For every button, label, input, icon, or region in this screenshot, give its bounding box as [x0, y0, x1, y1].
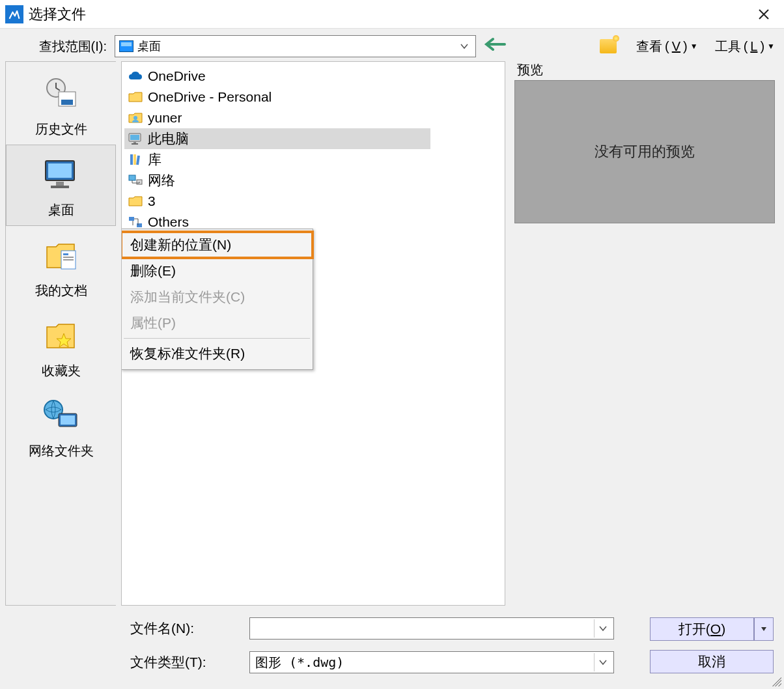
context-menu-item-properties: 属性(P) — [121, 310, 313, 336]
file-listbox[interactable]: OneDrive OneDrive - Personal yuner 此电脑 库 — [121, 61, 505, 606]
chevron-down-icon[interactable] — [594, 619, 611, 638]
lookin-label: 查找范围(I): — [9, 38, 107, 55]
cloud-icon — [127, 68, 144, 84]
svg-rect-13 — [61, 415, 75, 425]
sidebar-item-documents[interactable]: 我的文档 — [6, 226, 116, 306]
resize-grip[interactable] — [770, 675, 781, 686]
close-button[interactable] — [749, 1, 779, 27]
triangle-down-icon: ▼ — [690, 42, 698, 51]
nodes-icon — [127, 214, 144, 230]
svg-rect-2 — [61, 100, 73, 105]
sidebar-item-history[interactable]: 历史文件 — [6, 64, 116, 145]
svg-rect-25 — [137, 223, 142, 227]
svg-point-14 — [133, 116, 137, 120]
file-row[interactable]: OneDrive - Personal — [124, 87, 502, 107]
desktop-monitor-icon — [40, 154, 82, 196]
back-button[interactable] — [484, 36, 506, 57]
titlebar: 选择文件 — [0, 0, 784, 29]
svg-rect-8 — [63, 253, 68, 255]
desktop-icon — [119, 40, 133, 52]
chevron-down-icon — [460, 40, 471, 52]
svg-rect-4 — [48, 163, 72, 178]
file-row[interactable]: OneDrive — [124, 66, 502, 87]
context-menu-item-delete[interactable]: 删除(E) — [121, 258, 313, 284]
file-open-dialog: 选择文件 查找范围(I): 桌面 查看(V) ▼ 工具(L) ▼ — [0, 0, 784, 689]
folder-icon — [127, 89, 144, 105]
filename-label: 文件名(N): — [130, 619, 238, 638]
view-menu-button[interactable]: 查看(V) ▼ — [636, 38, 698, 55]
preview-column: 预览 没有可用的预览 — [511, 61, 775, 606]
svg-rect-22 — [129, 175, 135, 180]
cancel-button[interactable]: 取消 — [650, 650, 774, 673]
history-icon — [40, 74, 82, 115]
places-sidebar: 历史文件 桌面 我的文档 收藏夹 — [5, 61, 116, 606]
open-button[interactable]: 打开(O) — [650, 617, 754, 641]
triangle-down-icon: ▼ — [767, 42, 775, 51]
svg-rect-21 — [136, 156, 140, 165]
filetype-row: 文件类型(T): 图形 (*.dwg) — [130, 651, 628, 673]
triangle-down-icon — [760, 625, 768, 633]
close-icon — [757, 8, 770, 21]
svg-rect-10 — [63, 259, 74, 260]
svg-rect-17 — [133, 142, 136, 143]
network-folder-icon — [40, 395, 82, 437]
lookin-dropdown[interactable]: 桌面 — [115, 35, 476, 57]
chevron-down-icon[interactable] — [594, 653, 611, 671]
file-row[interactable]: 网络 — [124, 170, 502, 191]
file-row[interactable]: 3 — [124, 191, 502, 212]
sidebar-item-network[interactable]: 网络文件夹 — [6, 386, 116, 466]
svg-rect-16 — [130, 135, 139, 140]
svg-rect-20 — [133, 154, 136, 165]
sidebar-item-favorites[interactable]: 收藏夹 — [6, 306, 116, 386]
main-area: 历史文件 桌面 我的文档 收藏夹 — [0, 61, 784, 606]
dialog-title: 选择文件 — [29, 5, 749, 24]
svg-rect-6 — [51, 186, 69, 188]
lookin-row: 查找范围(I): 桌面 查看(V) ▼ 工具(L) ▼ — [0, 29, 784, 61]
context-menu-separator — [124, 338, 310, 339]
app-icon — [5, 5, 23, 23]
preview-empty-text: 没有可用的预览 — [595, 142, 695, 162]
context-menu-item-restore[interactable]: 恢复标准文件夹(R) — [121, 341, 313, 367]
favorites-icon — [40, 315, 82, 357]
preview-pane: 没有可用的预览 — [514, 80, 775, 223]
computer-icon — [127, 131, 144, 147]
context-menu: 创建新的位置(N) 删除(E) 添加当前文件夹(C) 属性(P) 恢复标准文件夹… — [121, 229, 313, 370]
open-button-group: 打开(O) — [650, 617, 774, 641]
svg-rect-24 — [129, 217, 134, 221]
documents-icon — [40, 235, 82, 277]
open-dropdown-button[interactable] — [754, 617, 774, 641]
context-menu-item-new-location[interactable]: 创建新的位置(N) — [121, 232, 313, 258]
filename-input[interactable] — [249, 617, 614, 640]
tools-menu-button[interactable]: 工具(L) ▼ — [715, 38, 775, 55]
svg-rect-19 — [130, 154, 133, 165]
sidebar-item-desktop[interactable]: 桌面 — [6, 145, 116, 226]
svg-rect-5 — [56, 182, 64, 186]
svg-rect-9 — [63, 257, 74, 258]
library-icon — [127, 152, 144, 167]
filetype-label: 文件类型(T): — [130, 653, 238, 671]
context-menu-item-add-current: 添加当前文件夹(C) — [121, 284, 313, 310]
new-folder-icon[interactable] — [600, 39, 617, 53]
user-folder-icon — [127, 110, 144, 126]
folder-icon — [127, 193, 144, 209]
filetype-dropdown[interactable]: 图形 (*.dwg) — [249, 651, 614, 673]
filename-row: 文件名(N): — [130, 617, 628, 640]
file-row[interactable]: yuner — [124, 107, 502, 128]
center-column: OneDrive OneDrive - Personal yuner 此电脑 库 — [121, 61, 505, 606]
file-row[interactable]: 此电脑 — [124, 128, 430, 149]
svg-rect-18 — [132, 143, 138, 145]
network-icon — [127, 173, 144, 188]
bottom-section: 文件名(N): 文件类型(T): 图形 (*.dwg) 打开(O) — [0, 606, 784, 689]
file-row[interactable]: 库 — [124, 149, 502, 170]
lookin-value: 桌面 — [137, 38, 161, 54]
preview-title: 预览 — [514, 61, 775, 80]
